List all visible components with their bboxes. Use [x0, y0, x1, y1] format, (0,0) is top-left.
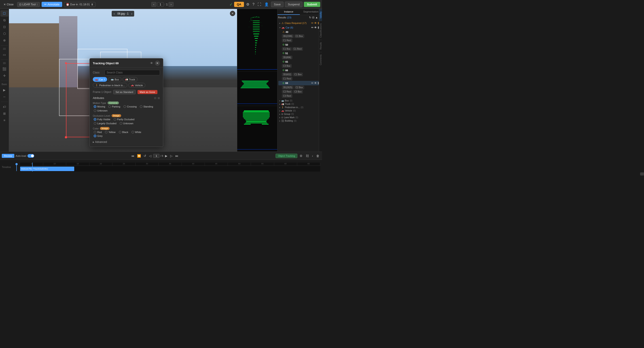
- filter-icon[interactable]: ⊟: [312, 16, 314, 19]
- radio-parking[interactable]: Parking: [108, 105, 120, 108]
- edit-icon-car[interactable]: ✏: [311, 26, 314, 29]
- building-group[interactable]: ▸ ⬛ Building (0): [278, 119, 321, 122]
- auto-load-toggle[interactable]: [28, 154, 34, 158]
- vehicle-group[interactable]: ▸ 🚗 Vehicle (0): [278, 109, 321, 112]
- frame-input[interactable]: [153, 154, 160, 158]
- tag-tool[interactable]: 🏷: [0, 104, 8, 110]
- radio-unknown-motion[interactable]: Unknown: [94, 109, 108, 112]
- tab-classifications[interactable]: Classifications: [319, 21, 322, 40]
- step-back-button[interactable]: ⏪: [136, 154, 142, 158]
- timeline-cursor-handle[interactable]: [15, 163, 18, 171]
- canvas-area[interactable]: ‹ 08.jpg - 1 › ✕ Tracking Object 69 👁 ✕ …: [9, 9, 237, 152]
- radio-partly-occluded[interactable]: Partly Occluded: [114, 118, 134, 121]
- instance-50[interactable]: ⊙ 50: [278, 43, 321, 47]
- tab-comments[interactable]: Comments: [319, 52, 322, 67]
- box-tool[interactable]: ☐: [0, 10, 8, 17]
- radio-standing[interactable]: Standing: [140, 105, 153, 108]
- sub-69-1[interactable]: 3D(2825) C2 Box: [278, 85, 321, 90]
- pause-icon[interactable]: ⏸: [91, 3, 94, 6]
- refresh-icon[interactable]: ↻: [309, 16, 311, 19]
- edit-icon-req[interactable]: ✏: [311, 22, 314, 25]
- close-frame-button[interactable]: ✕: [230, 11, 235, 16]
- collapse-icon[interactable]: ▲: [315, 16, 318, 19]
- sub-50-1[interactable]: C1 Box C1 Rect: [278, 47, 321, 51]
- tracking-prev-btn[interactable]: ‹: [311, 154, 314, 158]
- crop-tool[interactable]: ⊡: [0, 24, 8, 30]
- class-search-input[interactable]: [105, 70, 160, 75]
- move-tool[interactable]: ✛: [0, 73, 8, 79]
- sub-51-1[interactable]: 3D(896): [278, 55, 321, 60]
- sliders-icon[interactable]: ⊟: [154, 97, 156, 100]
- expand-icon[interactable]: ⛶: [257, 2, 262, 8]
- rect-tool[interactable]: ▭: [0, 52, 8, 58]
- lane-mark-group[interactable]: ▸ ⊟ Lane Mark (0): [278, 116, 321, 119]
- copy-tool[interactable]: ⧉: [0, 17, 8, 23]
- sub-69-3[interactable]: C3 Rect: [278, 94, 321, 98]
- sub-66-1[interactable]: 3D(602) C1 Box: [278, 72, 321, 77]
- close-button[interactable]: ✕ Close: [2, 2, 16, 7]
- sub-49-2[interactable]: C1 Rect: [278, 38, 321, 43]
- radio-fully-visible[interactable]: Fully Visible: [94, 118, 110, 121]
- prev-frame-pb[interactable]: ◁: [148, 154, 152, 158]
- class-tag-bus[interactable]: 🚌 Bus: [108, 77, 122, 82]
- loop-button[interactable]: ↺: [143, 154, 147, 158]
- radio-white[interactable]: White: [132, 131, 141, 133]
- group-group[interactable]: ▸ ⊞ Group (0): [278, 112, 321, 116]
- radio-unknown-occlusion[interactable]: Unknown: [120, 122, 134, 125]
- eye-icon[interactable]: 👁: [150, 61, 153, 65]
- suspend-button[interactable]: Suspend: [285, 2, 302, 7]
- radio-black[interactable]: Black: [119, 131, 128, 133]
- eye-69[interactable]: 👁: [314, 82, 317, 85]
- class-tag-pedestrian[interactable]: 🚶 Pedestrian in black to...: [93, 83, 127, 88]
- car-group[interactable]: ▾ 🚗 Car (6) ✏ 👁 🗑: [278, 25, 321, 30]
- pedestrian-group[interactable]: ▸ 🚶 Pedestrian in... (0): [278, 106, 321, 109]
- transform-tool[interactable]: ↔: [0, 94, 8, 100]
- skip-start-button[interactable]: ⏮: [130, 154, 135, 158]
- class-tag-vehicle[interactable]: 🚗 Vehicle: [128, 83, 145, 88]
- radio-yellow[interactable]: Yellow: [105, 131, 116, 133]
- mark-gone-button[interactable]: Mark as Gone: [138, 90, 158, 94]
- instance-49[interactable]: ⚠ 49: [278, 30, 321, 34]
- settings-icon[interactable]: ⚙: [245, 1, 250, 8]
- play-tool[interactable]: ▶: [0, 87, 8, 93]
- polygon-tool[interactable]: ⬡: [0, 31, 8, 37]
- instance-66[interactable]: ⊙ 66: [278, 68, 321, 72]
- tab-results[interactable]: Results: [319, 40, 322, 52]
- sub-66-2[interactable]: C1 Rect: [278, 77, 321, 81]
- info-icon[interactable]: ℹ: [37, 3, 38, 6]
- review-button[interactable]: Review: [2, 154, 14, 158]
- point-tool[interactable]: ⊕: [0, 37, 8, 44]
- edit-69[interactable]: ✏: [311, 82, 314, 85]
- help-icon[interactable]: ?: [252, 2, 255, 8]
- prev-frame-button[interactable]: ‹: [152, 2, 156, 7]
- settings2-icon[interactable]: ⊞: [158, 97, 160, 100]
- timeline-item-69[interactable]: 69(82e67fbc***6a2d1baf208c): [20, 166, 74, 171]
- qa-button[interactable]: QA: [234, 2, 244, 7]
- dialog-close-button[interactable]: ✕: [155, 61, 160, 66]
- layers-tool[interactable]: ≡: [0, 117, 8, 123]
- radio-largely-occluded[interactable]: Largely Occluded: [94, 122, 116, 125]
- tab-instance[interactable]: Instance: [278, 9, 300, 15]
- eye-icon-req[interactable]: 👁: [314, 22, 317, 25]
- save-button[interactable]: Save: [271, 2, 284, 7]
- annotate-button[interactable]: ✏ Annotate: [42, 2, 62, 7]
- radio-grey[interactable]: Grey: [94, 135, 103, 137]
- prev-img-button[interactable]: ‹: [114, 12, 115, 16]
- class-tag-car[interactable]: 🚗 Car ℹ: [93, 77, 107, 82]
- next-frame-pb[interactable]: ▷: [169, 154, 174, 158]
- set-standard-button[interactable]: Set as Standard: [113, 90, 136, 94]
- eye-icon-car[interactable]: 👁: [314, 26, 317, 29]
- sub-49-1[interactable]: 3D(2306) C1 Box: [278, 34, 321, 38]
- user-icon[interactable]: 👤: [264, 1, 270, 8]
- submit-button[interactable]: Submit: [304, 2, 320, 7]
- grid-tool[interactable]: ⊞: [0, 110, 8, 117]
- sub-69-2[interactable]: C2 Rect C3 Box: [278, 90, 321, 94]
- tracking-link-btn[interactable]: ⛓: [305, 154, 310, 158]
- instance-69[interactable]: ⊙ 69 ✏ 👁 🗑: [278, 81, 321, 85]
- truck-group[interactable]: ▸ 🚛 Truck (0): [278, 102, 321, 106]
- tracking-settings-btn[interactable]: ⚙: [299, 154, 304, 158]
- tracking-delete-btn[interactable]: 🗑: [315, 154, 320, 158]
- next-img-button[interactable]: ›: [131, 12, 132, 16]
- play-pause-button[interactable]: ▶: [164, 154, 168, 158]
- skip-end-button[interactable]: ⏭: [174, 154, 179, 158]
